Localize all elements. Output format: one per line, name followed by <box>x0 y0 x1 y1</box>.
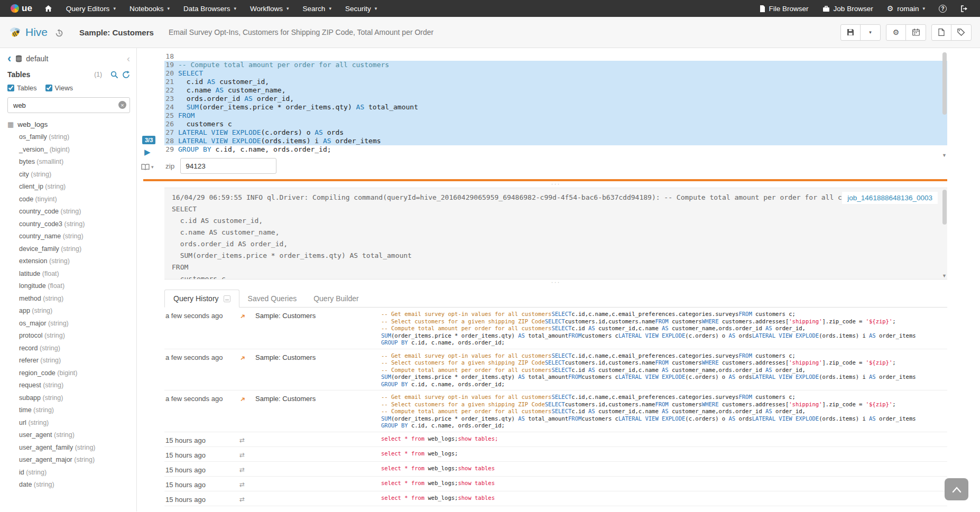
editor-line[interactable]: 24 SUM(order_items.price * order_items.q… <box>164 103 947 111</box>
execute-button[interactable]: ▶ <box>144 148 151 156</box>
navbar-menu-search[interactable]: Search▾ <box>296 0 338 17</box>
sidebar-column-item[interactable]: record (string) <box>7 342 130 355</box>
views-checkbox[interactable] <box>45 85 52 91</box>
sidebar-column-item[interactable]: user_agent_major (string) <box>7 454 130 467</box>
tab-saved-queries[interactable]: Saved Queries <box>239 290 306 307</box>
new-document-button[interactable] <box>932 25 951 40</box>
editor-line[interactable]: 29GROUP BY c.id, c.name, ords.order_id; <box>164 145 947 154</box>
collapse-sidebar-icon[interactable]: ‹ <box>127 55 130 62</box>
editor-line[interactable]: 21 c.id AS customer_id, <box>164 78 947 86</box>
scroll-to-top-button[interactable] <box>945 478 968 500</box>
app-name[interactable]: Hive <box>25 26 48 39</box>
filter-views-option[interactable]: Views <box>45 84 73 92</box>
editor-line[interactable]: 18 <box>164 52 947 61</box>
save-button[interactable] <box>841 25 861 40</box>
code-editor[interactable]: 1819-- Compute total amount per order fo… <box>164 52 947 154</box>
sidebar-column-item[interactable]: user_agent (string) <box>7 429 130 442</box>
sidebar-column-item[interactable]: latitude (float) <box>7 268 130 281</box>
help-button[interactable]: ? <box>932 0 954 17</box>
editor-scrollbar[interactable]: ▼ <box>941 52 947 156</box>
sidebar-column-item[interactable]: os_major (string) <box>7 318 130 330</box>
settings-gears-button[interactable]: ⚙ <box>886 25 906 40</box>
database-name[interactable]: default <box>26 54 48 63</box>
tags-button[interactable] <box>951 25 971 40</box>
sidebar-column-item[interactable]: bytes (smallint) <box>7 156 130 169</box>
hue-logo[interactable]: ue <box>5 3 38 14</box>
navbar-menu-notebooks[interactable]: Notebooks▾ <box>123 0 177 17</box>
sidebar-column-item[interactable]: url (string) <box>7 417 130 430</box>
tab-query-history[interactable]: Query History <box>164 290 239 308</box>
query-history-row[interactable]: 15 hours ago⇄select * from web_logs; <box>164 447 947 462</box>
sidebar-column-item[interactable]: user_agent_family (string) <box>7 442 130 454</box>
sidebar-column-item[interactable]: request (string) <box>7 379 130 392</box>
query-history-row[interactable]: 15 hours ago⇄select * from web_logs;show… <box>164 491 947 506</box>
back-chevron-icon[interactable]: ‹ <box>7 55 11 62</box>
tab-list: Query HistorySaved QueriesQuery Builder <box>164 290 367 307</box>
table-entry[interactable]: ▦ web_logs <box>7 120 130 128</box>
editor-line[interactable]: 23 ords.order_id AS order_id, <box>164 95 947 103</box>
filter-tables-option[interactable]: Tables <box>7 84 37 92</box>
query-history-row[interactable]: 15 hours ago⇄select * from web_logs;show… <box>164 477 947 491</box>
sidebar-column-item[interactable]: method (string) <box>7 293 130 305</box>
sidebar-column-item[interactable]: longitude (float) <box>7 280 130 293</box>
query-history-row[interactable]: 15 hours ago⇄select * from web_logs;show… <box>164 432 947 447</box>
sidebar-column-item[interactable]: country_code (string) <box>7 206 130 218</box>
sidebar-column-item[interactable]: _version_ (bigint) <box>7 144 130 156</box>
editor-line[interactable]: 25FROM <box>164 111 947 120</box>
sidebar-column-item[interactable]: device_family (string) <box>7 243 130 256</box>
scrollbar-thumb[interactable] <box>942 52 947 115</box>
schedule-button[interactable] <box>906 25 926 40</box>
sidebar-column-item[interactable]: country_code3 (string) <box>7 218 130 231</box>
sidebar-column-item[interactable]: code (tinyint) <box>7 193 130 206</box>
sidebar-column-item[interactable]: referer (string) <box>7 355 130 367</box>
query-history-row[interactable]: a few seconds ago➔Sample: Customers-- Ge… <box>164 349 947 391</box>
save-dropdown-button[interactable]: ▾ <box>861 25 880 40</box>
editor-line[interactable]: 27LATERAL VIEW EXPLODE(c.orders) o AS or… <box>164 128 947 137</box>
sidebar-column-item[interactable]: subapp (string) <box>7 392 130 405</box>
clear-search-icon[interactable]: × <box>118 101 126 109</box>
query-history-row[interactable]: a few seconds ago➔Sample: Customers-- Ge… <box>164 390 947 432</box>
editor-line[interactable]: 20SELECT <box>164 69 947 78</box>
resize-grip[interactable]: ··· <box>164 280 947 286</box>
sidebar-column-item[interactable]: id (string) <box>7 467 130 479</box>
navbar-menu-workflows[interactable]: Workflows▾ <box>243 0 296 17</box>
scroll-down-icon[interactable]: ▼ <box>942 153 947 158</box>
sidebar-column-item[interactable]: region_code (bigint) <box>7 367 130 380</box>
tab-query-builder[interactable]: Query Builder <box>305 290 367 307</box>
sidebar-column-item[interactable]: extension (string) <box>7 255 130 268</box>
sidebar-column-item[interactable]: os_family (string) <box>7 131 130 144</box>
scrollbar-thumb[interactable] <box>942 190 947 225</box>
home-button[interactable] <box>38 0 59 17</box>
search-icon[interactable] <box>110 71 118 79</box>
editor-line[interactable]: 19-- Compute total amount per order for … <box>164 61 947 69</box>
query-history-icon[interactable] <box>55 29 63 38</box>
navbar-menu-data-browsers[interactable]: Data Browsers▾ <box>177 0 243 17</box>
job-link[interactable]: job_1461888648136_0003 <box>842 192 938 204</box>
sidebar-column-item[interactable]: protocol (string) <box>7 330 130 342</box>
variable-input[interactable] <box>180 158 276 174</box>
user-menu[interactable]: ⚙ romain ▾ <box>880 0 932 17</box>
log-scrollbar[interactable]: ▼ <box>941 188 947 279</box>
query-history-row[interactable]: a few seconds ago➔Sample: Customers-- Ge… <box>164 308 947 349</box>
scroll-down-icon[interactable]: ▼ <box>942 273 947 278</box>
sidebar-column-item[interactable]: date (string) <box>7 479 130 491</box>
tables-checkbox[interactable] <box>7 85 14 91</box>
resize-grip[interactable]: ··· <box>164 181 947 188</box>
editor-line[interactable]: 22 c.name AS customer_name, <box>164 86 947 95</box>
snippet-type-menu[interactable]: ▾ <box>141 164 154 170</box>
logout-button[interactable] <box>954 0 975 17</box>
file-browser-button[interactable]: File Browser <box>753 0 816 17</box>
sidebar-column-item[interactable]: city (string) <box>7 169 130 181</box>
query-history-row[interactable]: 15 hours ago⇄select * from web_logs;show… <box>164 462 947 477</box>
sidebar-column-item[interactable]: country_name (string) <box>7 230 130 243</box>
navbar-menu-security[interactable]: Security▾ <box>338 0 384 17</box>
sidebar-column-item[interactable]: time (string) <box>7 404 130 417</box>
editor-line[interactable]: 28LATERAL VIEW EXPLODE(ords.items) i AS … <box>164 137 947 145</box>
navbar-menu-query-editors[interactable]: Query Editors▾ <box>59 0 123 17</box>
job-browser-button[interactable]: Job Browser <box>816 0 880 17</box>
refresh-icon[interactable] <box>122 71 130 79</box>
editor-line[interactable]: 26 customers c <box>164 120 947 128</box>
sidebar-column-item[interactable]: app (string) <box>7 305 130 318</box>
sidebar-column-item[interactable]: client_ip (string) <box>7 181 130 193</box>
table-search-input[interactable] <box>7 97 130 113</box>
